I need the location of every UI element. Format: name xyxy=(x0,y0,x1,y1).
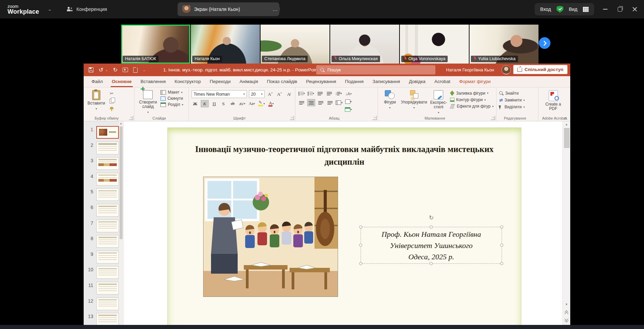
new-file-icon[interactable] xyxy=(133,67,138,73)
slide-thumbnail[interactable] xyxy=(96,298,119,310)
replace-button[interactable]: ⇄Замінити▾ xyxy=(499,98,524,102)
align-text-button[interactable]: ▾ xyxy=(345,98,352,105)
undo-dropdown-icon[interactable]: ⌄ xyxy=(105,68,108,72)
slide-thumbnail-row[interactable]: 10 xyxy=(86,266,119,279)
character-spacing-button[interactable]: AV▾ xyxy=(238,100,246,107)
user-name[interactable]: Наталя Георгіївна Кьон xyxy=(446,67,494,72)
grow-font-button[interactable]: Aˆ xyxy=(267,91,274,97)
ribbon-tab[interactable]: Переходи xyxy=(205,79,235,87)
justify-button[interactable] xyxy=(326,99,334,106)
section-button[interactable]: Розділ▾ xyxy=(160,102,183,107)
collapse-ribbon-icon[interactable] xyxy=(563,117,568,120)
ribbon-tab[interactable]: Формат фігури xyxy=(455,79,495,87)
drawing-dialog-launcher-icon[interactable]: ↘ xyxy=(491,116,495,120)
slide-thumbnail-row[interactable]: 7 xyxy=(86,220,119,233)
minimize-button[interactable] xyxy=(603,9,607,10)
slide-thumbnail-row[interactable]: 5 xyxy=(86,188,119,201)
clear-formatting-button[interactable]: A̸ xyxy=(285,91,292,97)
align-center-button[interactable] xyxy=(307,99,315,106)
paragraph-dialog-launcher-icon[interactable]: ↘ xyxy=(373,116,377,120)
shape-outline-button[interactable]: Контур фігури▾ xyxy=(450,97,494,102)
scrollbar-thumb[interactable] xyxy=(120,126,123,239)
save-icon[interactable] xyxy=(88,67,94,72)
slide-thumbnail[interactable] xyxy=(96,142,119,154)
participant-video-tile[interactable]: Yuliia Liubachevska xyxy=(470,25,538,64)
view-button[interactable]: Вид xyxy=(569,6,577,12)
new-slide-button[interactable]: Створити слайд ▾ xyxy=(137,90,158,115)
ribbon-tab[interactable]: Рецензування xyxy=(302,79,340,87)
change-case-button[interactable]: Aa▾ xyxy=(248,100,255,107)
tab-screen-share[interactable]: Экран (Наталя Кьон) xyxy=(178,2,279,16)
slide-thumbnail-row[interactable]: 1 xyxy=(86,126,119,139)
next-participants-arrow-button[interactable] xyxy=(539,37,550,49)
ribbon-tab[interactable]: Acrobat xyxy=(430,79,455,87)
create-pdf-button[interactable]: Create a PDF xyxy=(541,90,565,115)
participant-video-tile[interactable]: Olga Voronovskaya xyxy=(400,25,469,64)
participant-video-tile[interactable]: Наталія БАТЮК xyxy=(121,25,190,64)
decrease-indent-button[interactable] xyxy=(317,90,324,97)
font-color-button[interactable]: А▾ xyxy=(267,100,275,107)
font-family-combobox[interactable]: Times New Roman▾ xyxy=(192,90,247,98)
ribbon-tab[interactable]: Файл xyxy=(87,79,107,87)
align-right-button[interactable] xyxy=(317,99,324,106)
slide-thumbnail[interactable] xyxy=(96,313,119,326)
tab-more-options-icon[interactable]: ... xyxy=(270,4,280,14)
slide-thumbnail[interactable] xyxy=(96,251,119,263)
resize-handle[interactable] xyxy=(500,225,503,229)
resize-handle[interactable] xyxy=(359,225,362,229)
format-painter-button[interactable] xyxy=(108,106,115,112)
thumbnail-scrollbar[interactable]: ▲ xyxy=(119,121,123,329)
undo-icon[interactable]: ↺ xyxy=(99,67,103,73)
slide-thumbnail[interactable] xyxy=(96,126,119,139)
layout-button[interactable]: Макет▾ xyxy=(160,90,183,95)
slide-thumbnail-row[interactable]: 11 xyxy=(86,282,119,295)
columns-button[interactable]: ▾ xyxy=(336,99,343,106)
ribbon-tab[interactable]: Вставлення xyxy=(136,79,170,87)
customize-qat-icon[interactable]: ⌄ xyxy=(143,68,145,72)
scrollbar-thumb[interactable] xyxy=(564,128,570,148)
close-button[interactable] xyxy=(632,7,637,12)
shapes-button[interactable]: Фігури▾ xyxy=(381,90,399,115)
slide-thumbnail-row[interactable]: 3 xyxy=(86,157,119,170)
resize-handle[interactable] xyxy=(359,262,362,265)
underline-button[interactable]: П xyxy=(211,100,218,107)
bullets-button[interactable]: ▾ xyxy=(298,90,305,97)
ribbon-tab[interactable]: Анімація xyxy=(235,79,263,87)
resize-handle[interactable] xyxy=(430,225,433,229)
shape-fill-button[interactable]: Заливка фігури▾ xyxy=(450,91,494,96)
restore-button[interactable] xyxy=(618,7,622,12)
tab-meeting[interactable]: Конференция xyxy=(67,6,107,12)
cut-button[interactable]: ✂ xyxy=(108,90,115,96)
next-slide-icon[interactable] xyxy=(564,317,569,320)
quick-styles-button[interactable]: Експрес-стилі▾ xyxy=(429,90,448,115)
security-shield-icon[interactable] xyxy=(557,6,563,13)
slide-canvas[interactable]: Інновації музично-теоретичної підготовки… xyxy=(167,127,521,329)
slide-thumbnail-row[interactable]: 9 xyxy=(86,251,119,264)
slide-thumbnail[interactable] xyxy=(96,266,119,279)
start-slideshow-icon[interactable] xyxy=(123,68,128,72)
signin-button[interactable]: Вход xyxy=(540,6,551,12)
arrange-button[interactable]: Упорядкувати▾ xyxy=(401,90,427,115)
slide-thumbnail-row[interactable]: 2 xyxy=(86,142,119,155)
paste-button[interactable]: Вставити ▾ xyxy=(86,90,106,115)
reset-button[interactable]: Скинути xyxy=(160,96,183,101)
slide-thumbnail-row[interactable]: 6 xyxy=(86,204,119,217)
participant-video-tile[interactable]: Ольга Микулинская xyxy=(330,25,399,64)
ribbon-tab[interactable]: Конструктор xyxy=(170,79,205,87)
ribbon-tab[interactable]: Основне xyxy=(107,79,136,87)
resize-handle[interactable] xyxy=(500,244,503,247)
find-button[interactable]: Знайти xyxy=(499,91,524,96)
highlight-color-button[interactable]: ▾ xyxy=(257,100,265,107)
slide-thumbnail[interactable] xyxy=(96,157,119,170)
italic-button[interactable]: К xyxy=(201,100,209,107)
text-shadow-button[interactable]: S xyxy=(220,100,227,107)
rotate-handle-icon[interactable]: ↻ xyxy=(428,215,434,221)
slide-thumbnail-row[interactable]: 4 xyxy=(86,173,119,186)
slide-thumbnail[interactable] xyxy=(96,282,119,294)
convert-smartart-button[interactable]: ▾ xyxy=(345,106,352,113)
numbering-button[interactable]: ▾ xyxy=(307,90,314,97)
slide-thumbnail-row[interactable]: 12 xyxy=(86,298,119,311)
copy-button[interactable] xyxy=(108,98,115,104)
slide-thumbnail[interactable] xyxy=(96,235,119,248)
font-size-combobox[interactable]: 20▾ xyxy=(249,90,265,98)
